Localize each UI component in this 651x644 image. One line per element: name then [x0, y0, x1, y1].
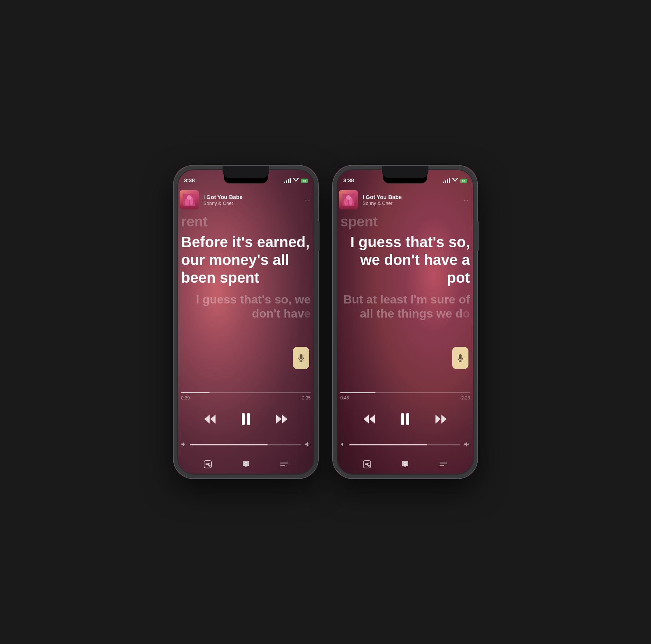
status-icons-2: 56 [443, 178, 467, 183]
progress-area-1[interactable]: 0:39 -2:35 [181, 392, 311, 401]
song-info-2: I Got You Babe Sonny & Cher [363, 194, 456, 206]
pause-button-2[interactable] [394, 408, 416, 430]
volume-track-1[interactable] [190, 444, 301, 445]
lyrics-area-2: spent I guess that's so, we don't have a… [340, 214, 470, 375]
signal-bars-1 [284, 178, 291, 183]
svg-marker-5 [210, 415, 216, 424]
svg-marker-7 [282, 415, 287, 424]
signal-bar-3 [288, 179, 289, 183]
more-button-1[interactable]: ··· [301, 194, 312, 205]
svg-point-14 [346, 195, 351, 200]
airplay-button-2[interactable] [398, 458, 412, 471]
playback-controls-2 [333, 408, 477, 430]
battery-badge-2: 56 [460, 179, 467, 183]
volume-area-1 [181, 442, 311, 448]
playback-controls-1 [174, 408, 318, 430]
time-remaining-2: -2:28 [460, 395, 470, 401]
mic-button-1[interactable] [293, 347, 309, 369]
more-dots-icon-2: ··· [464, 196, 468, 204]
signal-bar-4 [290, 178, 291, 183]
lyrics-button-2[interactable] [360, 458, 374, 471]
song-artist-2: Sonny & Cher [363, 200, 456, 206]
progress-times-2: 0:46 -2:28 [340, 395, 470, 401]
pause-bar-right-2 [406, 413, 409, 425]
signal-bar-2-2 [445, 180, 446, 183]
progress-track-1[interactable] [181, 392, 311, 393]
more-dots-icon-1: ··· [304, 196, 309, 204]
lyrics-button-1[interactable] [201, 458, 214, 471]
pause-button-1[interactable] [235, 408, 257, 430]
album-art-2 [339, 190, 358, 209]
rewind-button-2[interactable] [363, 414, 375, 424]
svg-marker-6 [276, 415, 281, 424]
song-title-1: I Got You Babe [203, 194, 297, 200]
queue-button-2[interactable] [437, 458, 450, 471]
status-time-2: 3:38 [343, 177, 354, 183]
volume-low-icon-1 [181, 442, 186, 448]
mic-button-2[interactable] [452, 347, 468, 369]
status-bar-2: 3:38 56 [333, 166, 477, 186]
pause-bar-left-2 [401, 413, 404, 425]
bottom-bar-1 [174, 458, 318, 471]
song-title-2: I Got You Babe [363, 194, 456, 200]
pause-bar-left-1 [242, 413, 245, 425]
svg-marker-4 [204, 415, 210, 424]
volume-area-2 [340, 442, 470, 448]
progress-area-2[interactable]: 0:46 -2:28 [340, 392, 470, 401]
forward-button-2[interactable] [435, 414, 447, 424]
volume-fill-1 [190, 444, 268, 445]
album-art-1 [180, 190, 199, 209]
queue-button-1[interactable] [277, 458, 291, 471]
lyric-current-1: Before it's earned, our money's all been… [181, 233, 311, 286]
svg-marker-18 [441, 415, 447, 424]
mic-icon-2 [456, 354, 464, 362]
time-current-1: 0:39 [181, 395, 190, 401]
pause-icon-2 [401, 413, 409, 425]
progress-fill-2 [340, 392, 375, 393]
rewind-button-1[interactable] [204, 414, 216, 424]
lyric-current-text-1: Before it's earned, our money's all been… [181, 234, 310, 286]
volume-high-icon-2 [464, 442, 470, 448]
volume-high-icon-1 [305, 442, 311, 448]
song-info-1: I Got You Babe Sonny & Cher [203, 194, 297, 206]
lyric-current-2: I guess that's so, we don't have a pot [340, 233, 470, 286]
lyrics-area-1: rent Before it's earned, our money's all… [181, 214, 311, 375]
lyric-next-1: I guess that's so, we don't have [181, 292, 311, 321]
signal-bar-2-1 [443, 182, 444, 183]
mini-player-1: I Got You Babe Sonny & Cher ··· [180, 190, 312, 209]
status-bar-1: 3:38 56 [174, 166, 318, 186]
signal-bar-2-4 [449, 178, 450, 183]
more-button-2[interactable]: ··· [460, 194, 471, 205]
wifi-icon-1 [293, 178, 299, 183]
song-artist-1: Sonny & Cher [203, 200, 297, 206]
pause-bar-right-1 [247, 413, 250, 425]
home-indicator-1 [224, 475, 268, 476]
pause-icon-1 [242, 413, 250, 425]
screen-background-1: 3:38 56 [174, 166, 318, 478]
lyric-current-text-2: I guess that's so, we don't have a pot [350, 234, 470, 286]
volume-fill-2 [349, 444, 427, 445]
home-indicator-2 [383, 475, 427, 476]
time-current-2: 0:46 [340, 395, 349, 401]
lyric-past-2: spent [340, 214, 470, 230]
signal-bar-2 [286, 180, 287, 183]
progress-track-2[interactable] [340, 392, 470, 393]
volume-track-2[interactable] [349, 444, 460, 445]
bottom-bar-2 [333, 458, 477, 471]
svg-marker-15 [364, 415, 369, 424]
phone-screen-1: 3:38 56 [174, 166, 318, 478]
airplay-button-1[interactable] [239, 458, 253, 471]
album-art-inner-2 [339, 190, 358, 209]
signal-bar-2-3 [447, 179, 448, 183]
screen-background-2: 3:38 56 [333, 166, 477, 478]
phone-1: 3:38 56 [174, 166, 318, 478]
svg-point-20 [368, 465, 370, 467]
forward-button-1[interactable] [276, 414, 288, 424]
svg-point-9 [208, 465, 210, 467]
phone-screen-2: 3:38 56 [333, 166, 477, 478]
album-art-inner-1 [180, 190, 199, 209]
status-time-1: 3:38 [184, 177, 195, 183]
lyric-past-1: rent [181, 214, 311, 230]
svg-marker-16 [370, 415, 375, 424]
lyric-next-2: But at least I'm sure of all the things … [340, 292, 470, 321]
